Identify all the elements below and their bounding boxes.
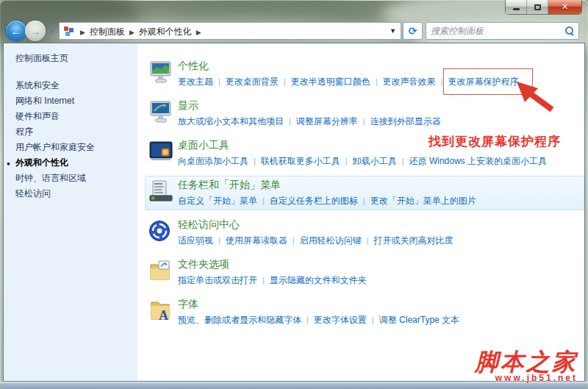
sidebar-item-label: 硬件和声音: [15, 111, 60, 121]
link-separator: |: [301, 315, 314, 324]
link-separator: |: [358, 117, 370, 126]
breadcrumb-arrow-icon: ▶: [125, 29, 139, 36]
fonts-icon: A: [148, 298, 178, 326]
sidebar-item-label: 系统和安全: [15, 80, 60, 90]
control-panel-icon: [64, 26, 74, 36]
client-area: 控制面板主页 系统和安全网络和 Internet硬件和声音程序用户帐户和家庭安全…: [3, 43, 585, 382]
maximize-button[interactable]: [527, 0, 548, 14]
recent-pages-dropdown-icon[interactable]: ▼: [49, 28, 55, 35]
section-title-link[interactable]: 轻松访问中心: [178, 218, 579, 232]
task-link[interactable]: 指定单击或双击打开: [178, 275, 257, 285]
sidebar-item[interactable]: 用户帐户和家庭安全: [15, 143, 137, 151]
sidebar-item-label: 外观和个性化: [15, 157, 68, 168]
category-section: 个性化更改主题|更改桌面背景|更改半透明窗口颜色|更改声音效果|更改屏幕保护程序: [145, 57, 584, 91]
task-link[interactable]: 卸载小工具: [353, 156, 397, 166]
link-separator: |: [284, 117, 296, 126]
forward-button[interactable]: →: [25, 21, 46, 41]
task-link[interactable]: 连接到外部显示器: [370, 116, 441, 126]
back-button[interactable]: ←: [6, 21, 26, 41]
control-panel-window: ✕ ← → ▼ ▶控制面板▶外观和个性化▶ ▼ ⟳ 控制面板主页 系统和安全网络…: [0, 0, 588, 389]
minimize-icon: [513, 8, 520, 10]
task-link[interactable]: 还原 Windows 上安装的桌面小工具: [409, 156, 547, 166]
close-icon: ✕: [562, 2, 568, 12]
task-link-highlight-boxed[interactable]: 更改屏幕保护程序: [448, 76, 518, 87]
breadcrumb-item[interactable]: 控制面板: [90, 26, 125, 37]
desktop-gadgets-icon: [148, 139, 178, 168]
section-title-link[interactable]: 字体: [178, 298, 579, 311]
task-link[interactable]: 打开或关闭高对比度: [374, 235, 453, 246]
task-link[interactable]: 更改声音效果: [383, 76, 436, 87]
link-separator: |: [257, 276, 270, 285]
screenshot-root: ✕ ← → ▼ ▶控制面板▶外观和个性化▶ ▼ ⟳ 控制面板主页 系统和安全网络…: [0, 0, 588, 389]
section-title-link[interactable]: 显示: [178, 99, 579, 113]
sidebar-item[interactable]: 轻松访问: [15, 189, 137, 198]
window-caption-buttons: ✕: [506, 0, 581, 14]
section-task-links: 指定单击或双击打开|显示隐藏的文件和文件夹: [178, 274, 579, 287]
task-link[interactable]: 更改半透明窗口颜色: [291, 76, 370, 87]
task-link[interactable]: 更改「开始」菜单上的图片: [370, 196, 476, 206]
category-section: 文件夹选项指定单击或双击打开|显示隐藏的文件和文件夹: [145, 255, 584, 290]
annotation-text: 找到更改屏幕保护程序: [429, 133, 561, 150]
sidebar-item[interactable]: 硬件和声音: [15, 112, 137, 121]
sidebar-category-list: 系统和安全网络和 Internet硬件和声音程序用户帐户和家庭安全●外观和个性化…: [15, 81, 137, 198]
task-link[interactable]: 联机获取更多小工具: [261, 156, 340, 166]
sidebar-item[interactable]: 程序: [15, 127, 137, 136]
link-separator: |: [287, 236, 300, 245]
sidebar: 控制面板主页 系统和安全网络和 Internet硬件和声音程序用户帐户和家庭安全…: [4, 43, 137, 381]
task-link[interactable]: 向桌面添加小工具: [178, 156, 248, 166]
section-title-link[interactable]: 个性化: [178, 60, 579, 73]
link-separator: |: [213, 236, 226, 245]
task-link[interactable]: 更改主题: [178, 76, 213, 87]
sidebar-item[interactable]: 系统和安全: [15, 81, 137, 90]
task-link[interactable]: 显示隐藏的文件和文件夹: [270, 275, 367, 285]
task-link[interactable]: 调整屏幕分辨率: [296, 116, 358, 126]
section-task-links: 更改主题|更改桌面背景|更改半透明窗口颜色|更改声音效果|更改屏幕保护程序: [178, 76, 579, 88]
section-task-links: 放大或缩小文本和其他项目|调整屏幕分辨率|连接到外部显示器: [178, 115, 579, 128]
search-input[interactable]: [431, 26, 565, 36]
address-dropdown-icon[interactable]: ▼: [390, 27, 398, 35]
task-link[interactable]: 更改字体设置: [314, 315, 367, 325]
section-title-link[interactable]: 任务栏和「开始」菜单: [178, 179, 579, 192]
display-monitor-icon: [148, 99, 178, 128]
ease-of-access-icon: [148, 218, 178, 247]
watermark-site-name: 脚本之家: [475, 351, 578, 373]
sidebar-item[interactable]: 时钟、语言和区域: [15, 174, 137, 182]
section-title-link[interactable]: 文件夹选项: [178, 258, 579, 271]
sidebar-item-label: 网络和 Internet: [15, 96, 74, 106]
watermark: 脚本之家 www.jb51.net: [475, 351, 578, 383]
link-separator: |: [397, 157, 409, 165]
category-sections: 个性化更改主题|更改桌面背景|更改半透明窗口颜色|更改声音效果|更改屏幕保护程序…: [145, 57, 584, 329]
personalization-monitor-icon: [148, 60, 178, 88]
search-box[interactable]: [426, 22, 579, 40]
task-link[interactable]: 自定义任务栏上的图标: [270, 196, 358, 206]
breadcrumb: ▶控制面板▶外观和个性化▶: [76, 24, 206, 38]
task-link[interactable]: 预览、删除或者显示和隐藏字体: [178, 315, 301, 325]
back-arrow-icon: ←: [11, 25, 22, 38]
current-item-bullet-icon: ●: [7, 160, 10, 168]
sidebar-item-control-panel-home[interactable]: 控制面板主页: [15, 52, 137, 65]
svg-text:A: A: [159, 308, 168, 322]
task-link[interactable]: 适应弱视: [178, 235, 213, 246]
minimize-button[interactable]: [506, 0, 527, 14]
section-task-links: 向桌面添加小工具|联机获取更多小工具|卸载小工具|还原 Windows 上安装的…: [178, 155, 579, 168]
link-separator: |: [358, 196, 370, 205]
task-link[interactable]: 自定义「开始」菜单: [178, 196, 257, 206]
sidebar-item-label: 时钟、语言和区域: [15, 173, 86, 183]
refresh-icon: ⟳: [409, 25, 417, 37]
breadcrumb-arrow-icon: ▶: [192, 29, 206, 36]
breadcrumb-bar[interactable]: ▶控制面板▶外观和个性化▶ ▼: [59, 22, 401, 40]
sidebar-item[interactable]: 网络和 Internet: [15, 96, 137, 105]
close-button[interactable]: ✕: [548, 0, 581, 14]
task-link[interactable]: 放大或缩小文本和其他项目: [178, 116, 284, 126]
sidebar-item[interactable]: ●外观和个性化: [15, 158, 137, 167]
search-icon: [565, 26, 574, 35]
breadcrumb-item[interactable]: 外观和个性化: [139, 26, 192, 37]
task-link[interactable]: 更改桌面背景: [226, 76, 279, 87]
link-separator: |: [362, 236, 374, 245]
sidebar-item-label: 程序: [15, 126, 33, 137]
folder-options-icon: [148, 258, 178, 287]
task-link[interactable]: 启用轻松访问键: [300, 235, 362, 246]
task-link[interactable]: 调整 ClearType 文本: [379, 315, 459, 325]
refresh-button[interactable]: ⟳: [403, 22, 423, 40]
task-link[interactable]: 使用屏幕读取器: [226, 235, 287, 246]
